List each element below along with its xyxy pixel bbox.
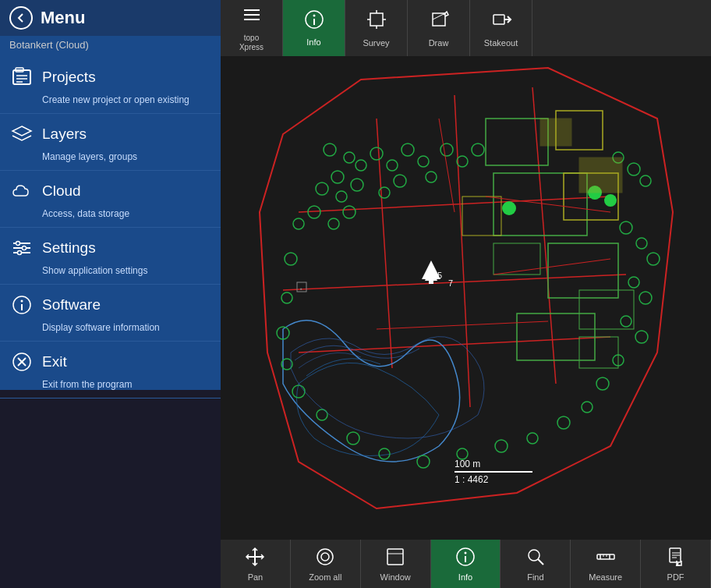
menu-header[interactable]: Menu [0,0,221,36]
svg-marker-5 [12,126,31,136]
tab-info[interactable]: Info [283,0,345,56]
svg-text:7: 7 [448,278,453,288]
settings-label: Settings [42,239,96,257]
survey-tab-label: Survey [363,38,389,48]
zoom-all-icon [315,547,335,571]
settings-desc: Show application settings [0,264,221,284]
survey-icon [366,9,387,35]
pan-icon [245,547,265,571]
svg-line-30 [433,13,445,19]
menu-title: Menu [41,8,85,28]
info-tab-icon [304,9,324,34]
back-icon[interactable] [9,6,33,30]
pdf-label: PDF [667,572,684,582]
svg-point-116 [317,549,333,565]
topo-xpress-label: topoXpress [239,34,264,52]
svg-text:▪: ▪ [300,285,302,292]
svg-rect-118 [387,549,403,565]
window-icon [385,547,405,571]
exit-desc: Exit from the program [0,377,221,398]
projects-label: Projects [42,69,96,86]
tab-stakeout[interactable]: Stakeout [470,0,532,56]
scale-indicator: 100 m 1 : 4462 [455,459,532,485]
tab-window[interactable]: Window [361,540,431,588]
sidebar-item-cloud[interactable]: Cloud Access, data storage [0,171,221,228]
projects-desc: Create new project or open existing [0,93,221,113]
sidebar-item-layers[interactable]: Layers Manage layers, groups [0,114,221,171]
stakeout-icon [490,9,512,35]
svg-rect-24 [370,13,383,26]
projects-icon [9,65,34,90]
sidebar: Menu Botankert (Cloud) Projects Create n… [0,0,221,390]
top-toolbar: topoXpress Info Survey [221,0,711,56]
cloud-label-item: Cloud [42,182,81,200]
pan-label: Pan [248,572,264,582]
window-label: Window [380,572,411,582]
tab-draw[interactable]: Draw [408,0,470,56]
svg-point-67 [502,201,516,215]
pdf-icon [666,547,686,571]
topo-xpress-icon [241,4,263,30]
svg-marker-29 [433,13,445,26]
svg-point-121 [465,551,467,554]
tab-pan[interactable]: Pan [221,540,291,588]
svg-point-22 [313,15,315,17]
tab-topo-xpress[interactable]: topoXpress [221,0,283,56]
tab-find[interactable]: Find [501,540,571,588]
svg-rect-113 [579,158,622,193]
bottom-toolbar: Pan Zoom all Window Inf [221,540,711,588]
find-label: Find [527,572,543,582]
sidebar-item-exit[interactable]: Exit Exit from the program [0,342,221,398]
stakeout-tab-label: Stakeout [484,38,518,48]
draw-tab-label: Draw [429,38,449,48]
svg-rect-99 [429,279,433,284]
svg-point-10 [23,246,27,250]
svg-rect-112 [540,119,571,146]
sidebar-lower [0,390,221,588]
tab-pdf[interactable]: PDF [641,540,711,588]
layers-desc: Manage layers, groups [0,150,221,170]
layers-icon [9,122,34,147]
scale-ratio: 1 : 4462 [455,474,532,485]
info-bottom-icon [455,547,476,571]
find-icon [525,547,546,571]
software-label: Software [42,296,101,313]
tab-info-bottom[interactable]: Info [431,540,501,588]
svg-point-9 [16,242,20,246]
sidebar-item-projects[interactable]: Projects Create new project or open exis… [0,57,221,114]
exit-label: Exit [42,353,67,370]
software-icon [9,292,34,317]
sidebar-item-software[interactable]: Software Display software information [0,285,221,342]
svg-point-13 [21,300,23,303]
settings-icon [9,236,34,260]
scale-bar [455,471,532,473]
measure-label: Measure [589,572,622,582]
cloud-subtitle: Botankert (Cloud) [0,36,221,57]
tab-measure[interactable]: Measure [571,540,641,588]
svg-line-124 [538,559,543,565]
tab-survey[interactable]: Survey [345,0,408,56]
info-bottom-label: Info [458,572,472,582]
info-tab-label: Info [306,37,320,47]
svg-point-69 [604,194,617,207]
software-desc: Display software information [0,321,221,341]
cloud-icon [9,179,34,204]
tab-zoom-all[interactable]: Zoom all [291,540,361,588]
zoom-all-label: Zoom all [309,572,341,582]
sidebar-item-settings[interactable]: Settings Show application settings [0,228,221,285]
draw-icon [428,9,450,35]
svg-point-11 [18,251,22,255]
svg-point-117 [321,553,329,561]
map-area[interactable]: 5 7 ▪ 100 m 1 : 4462 [221,56,711,540]
measure-icon [596,547,616,571]
svg-rect-31 [493,15,504,24]
scale-distance: 100 m [455,459,532,469]
layers-label: Layers [42,126,87,143]
cloud-desc: Access, data storage [0,207,221,227]
svg-text:5: 5 [437,271,442,280]
svg-point-123 [529,550,539,561]
exit-icon [9,349,34,374]
